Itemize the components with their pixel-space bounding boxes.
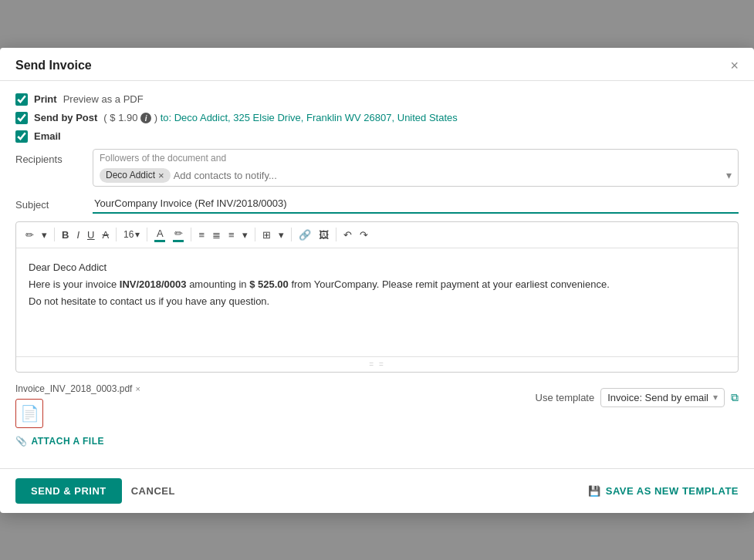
attachment-remove-btn[interactable]: × bbox=[135, 384, 140, 393]
editor-content[interactable]: Dear Deco Addict Here is your invoice IN… bbox=[16, 248, 738, 356]
editor-line-3: Do not hesitate to contact us if you hav… bbox=[29, 293, 725, 310]
toolbar-sep-3 bbox=[147, 228, 147, 241]
toolbar-sep-1 bbox=[54, 228, 55, 241]
print-option-row: Print Preview as a PDF bbox=[15, 93, 739, 106]
attachments-area: Invoice_INV_2018_0003.pdf × 📄 📎 ATTACH A… bbox=[15, 383, 520, 447]
recipients-box[interactable]: Followers of the document and Deco Addic… bbox=[93, 149, 739, 187]
image-btn[interactable]: 🖼 bbox=[316, 228, 332, 242]
save-as-new-template-button[interactable]: 💾 SAVE AS NEW TEMPLATE bbox=[588, 485, 739, 497]
subject-field bbox=[93, 194, 739, 214]
invoice-ref: INV/2018/0003 bbox=[120, 278, 187, 290]
template-label: Use template bbox=[536, 392, 595, 403]
template-dropdown-arrow[interactable]: ▾ bbox=[713, 392, 718, 403]
subject-row: Subject bbox=[15, 194, 739, 214]
pen-dropdown-arrow[interactable]: ▾ bbox=[39, 228, 50, 242]
email-label: Email bbox=[34, 130, 61, 142]
pdf-icon[interactable]: 📄 bbox=[15, 399, 43, 428]
modal-body: Print Preview as a PDF Send by Post ( $ … bbox=[0, 81, 754, 468]
highlight-btn[interactable]: ✏ bbox=[170, 226, 187, 244]
attachment-item: Invoice_INV_2018_0003.pdf × bbox=[15, 383, 520, 394]
redo-btn[interactable]: ↷ bbox=[357, 228, 371, 242]
cancel-button[interactable]: CANCEL bbox=[131, 478, 175, 504]
editor-resize-handle[interactable]: = = bbox=[16, 356, 738, 372]
recipients-field: Followers of the document and Deco Addic… bbox=[93, 149, 739, 187]
send-by-post-checkbox[interactable] bbox=[15, 112, 28, 124]
print-sub: Preview as a PDF bbox=[63, 93, 144, 105]
text-color-btn[interactable]: A bbox=[151, 226, 168, 244]
template-select[interactable]: Invoice: Send by email ▾ bbox=[600, 388, 725, 407]
attach-file-label: ATTACH A FILE bbox=[32, 436, 104, 447]
toolbar-sep-5 bbox=[255, 228, 255, 241]
recipients-input[interactable] bbox=[174, 170, 723, 181]
recipient-tag: Deco Addict × bbox=[100, 168, 171, 183]
editor-line-1: Dear Deco Addict bbox=[29, 259, 725, 276]
footer-left-actions: SEND & PRINT CANCEL bbox=[15, 478, 175, 504]
align-btn[interactable]: ≡ bbox=[225, 228, 238, 242]
paperclip-icon: 📎 bbox=[15, 436, 28, 447]
editor-toolbar: ✏ ▾ B I U A 16 ▾ bbox=[16, 222, 738, 248]
recipients-label: Recipients bbox=[15, 149, 93, 165]
font-size-dropdown[interactable]: 16 ▾ bbox=[120, 228, 143, 241]
toolbar-sep-6 bbox=[291, 228, 292, 241]
send-by-post-price: ( $ 1.90 i ) to: Deco Addict, 325 Elsie … bbox=[103, 112, 457, 124]
template-value: Invoice: Send by email bbox=[607, 392, 708, 403]
email-checkbox[interactable] bbox=[15, 130, 28, 143]
toolbar-sep-4 bbox=[191, 228, 191, 241]
email-option-row: Email bbox=[15, 130, 739, 143]
save-template-label: SAVE AS NEW TEMPLATE bbox=[606, 485, 739, 497]
invoice-amount: $ 525.00 bbox=[249, 278, 289, 290]
recipient-tag-remove[interactable]: × bbox=[158, 170, 164, 181]
resize-icon: = = bbox=[369, 360, 384, 369]
align-dropdown-arrow[interactable]: ▾ bbox=[239, 228, 251, 242]
modal-title: Send Invoice bbox=[15, 59, 92, 73]
save-template-icon: 💾 bbox=[588, 485, 601, 497]
send-invoice-modal: Send Invoice × Print Preview as a PDF Se… bbox=[0, 48, 754, 513]
modal-overlay: Send Invoice × Print Preview as a PDF Se… bbox=[0, 0, 754, 560]
print-checkbox[interactable] bbox=[15, 93, 28, 106]
editor-line-2: Here is your invoice INV/2018/0003 amoun… bbox=[29, 276, 725, 293]
toolbar-sep-7 bbox=[336, 228, 336, 241]
template-external-link[interactable]: ⧉ bbox=[731, 391, 739, 404]
recipient-tag-label: Deco Addict bbox=[106, 170, 155, 180]
print-label: Print bbox=[34, 93, 57, 105]
pen-tool-btn[interactable]: ✏ bbox=[22, 228, 37, 242]
bullet-list-btn[interactable]: ≡ bbox=[195, 228, 208, 242]
modal-header: Send Invoice × bbox=[0, 48, 754, 81]
recipients-hint: Followers of the document and bbox=[100, 153, 732, 164]
template-area: Use template Invoice: Send by email ▾ ⧉ bbox=[536, 383, 739, 407]
strike-btn[interactable]: A bbox=[99, 228, 112, 242]
bold-btn[interactable]: B bbox=[59, 228, 72, 242]
modal-footer: SEND & PRINT CANCEL 💾 SAVE AS NEW TEMPLA… bbox=[0, 468, 754, 513]
italic-btn[interactable]: I bbox=[73, 228, 83, 242]
recipients-dropdown-arrow[interactable]: ▾ bbox=[726, 169, 732, 181]
toolbar-sep-2 bbox=[116, 228, 117, 241]
post-address-link[interactable]: to: Deco Addict, 325 Elsie Drive, Frankl… bbox=[161, 112, 458, 123]
underline-btn[interactable]: U bbox=[84, 228, 97, 242]
subject-label: Subject bbox=[15, 194, 93, 211]
attach-file-button[interactable]: 📎 ATTACH A FILE bbox=[15, 436, 104, 447]
table-btn[interactable]: ⊞ bbox=[259, 228, 274, 242]
undo-btn[interactable]: ↶ bbox=[340, 228, 355, 242]
info-icon[interactable]: i bbox=[140, 113, 151, 123]
send-print-button[interactable]: SEND & PRINT bbox=[15, 478, 122, 504]
footer-area: Invoice_INV_2018_0003.pdf × 📄 📎 ATTACH A… bbox=[15, 383, 739, 447]
subject-input[interactable] bbox=[93, 194, 739, 214]
attachment-filename: Invoice_INV_2018_0003.pdf bbox=[15, 383, 132, 394]
recipients-row: Recipients Followers of the document and… bbox=[15, 149, 739, 187]
link-btn[interactable]: 🔗 bbox=[296, 228, 314, 242]
send-by-post-label: Send by Post bbox=[34, 112, 97, 123]
table-dropdown-arrow[interactable]: ▾ bbox=[276, 228, 287, 242]
send-by-post-option-row: Send by Post ( $ 1.90 i ) to: Deco Addic… bbox=[15, 112, 739, 124]
ordered-list-btn[interactable]: ≣ bbox=[209, 228, 224, 242]
close-button[interactable]: × bbox=[730, 59, 739, 73]
editor-wrapper: ✏ ▾ B I U A 16 ▾ bbox=[15, 221, 739, 373]
